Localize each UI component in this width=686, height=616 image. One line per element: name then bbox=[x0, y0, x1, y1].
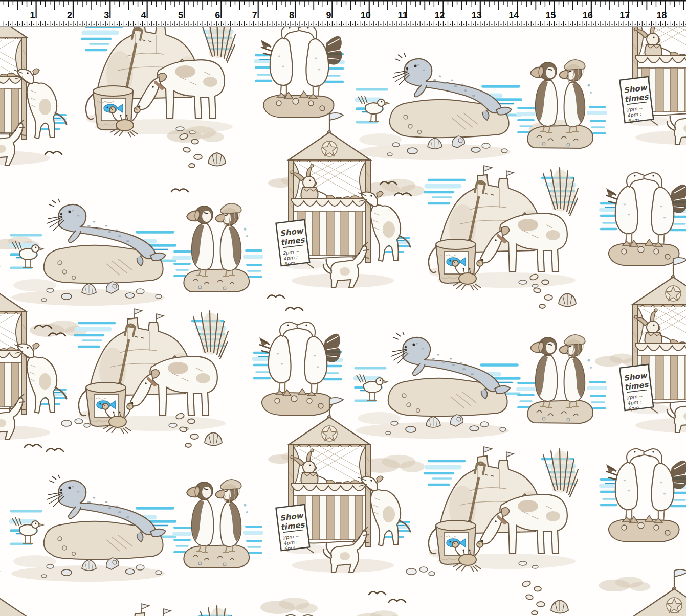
flying-bird-motif bbox=[369, 591, 386, 595]
ruler-bottom-dot bbox=[676, 24, 677, 25]
ruler-bottom-dot bbox=[625, 24, 626, 25]
motif-sandcastle bbox=[425, 166, 578, 290]
ruler-bottom-dot bbox=[70, 24, 71, 25]
motif-tent bbox=[621, 569, 686, 616]
ruler-bottom-dot bbox=[126, 24, 127, 25]
ruler-bottom-dot bbox=[209, 24, 210, 25]
ruler-bottom-dot bbox=[482, 24, 483, 25]
ruler-bottom-dot bbox=[473, 24, 474, 25]
ruler-bottom-dot bbox=[283, 24, 284, 25]
fabric-pattern: Show times 2pm ~ 4pm : 6pm bbox=[0, 27, 686, 616]
pawprint-trail-motif bbox=[522, 580, 568, 615]
motif-gannets bbox=[601, 173, 686, 266]
ruler-bottom-dot bbox=[445, 24, 446, 25]
fabric-swatch-image: 123456789101112131415161718 bbox=[0, 0, 686, 616]
ruler-bottom-dot bbox=[362, 24, 363, 25]
motif-gannets bbox=[256, 27, 343, 118]
ruler-number: 5 bbox=[178, 10, 183, 20]
ruler-bottom-dot bbox=[500, 24, 501, 25]
ruler-bottom-dot bbox=[570, 24, 571, 25]
ruler-bottom-dot bbox=[214, 24, 215, 25]
motif-puffins bbox=[174, 203, 261, 292]
ruler-bottom-dot bbox=[649, 24, 650, 25]
motif-tent bbox=[619, 258, 686, 432]
ruler-bottom-dot bbox=[639, 24, 640, 25]
ruler-bottom-dot bbox=[339, 24, 340, 25]
ruler-bottom-dot bbox=[611, 24, 612, 25]
ruler-bottom-dot bbox=[223, 24, 224, 25]
pebbles-motif bbox=[406, 567, 435, 576]
motif-gannets bbox=[601, 449, 686, 542]
ruler-number: 6 bbox=[215, 10, 220, 20]
ruler-bottom-dot bbox=[56, 24, 57, 25]
ruler-bottom-dot bbox=[556, 24, 557, 25]
ruler-number: 18 bbox=[657, 10, 667, 20]
ruler-bottom-dot bbox=[301, 24, 302, 25]
ruler-bottom-dot bbox=[121, 24, 122, 25]
ruler-bottom-dot bbox=[135, 24, 136, 25]
ruler-bottom-dot bbox=[33, 24, 34, 25]
ruler-bottom-dot bbox=[311, 24, 312, 25]
flying-bird-motif bbox=[47, 448, 63, 451]
flying-bird-motif bbox=[171, 189, 188, 192]
cloud-motif bbox=[260, 598, 318, 614]
ruler-bottom-dot bbox=[264, 24, 265, 25]
ruler-top-edge bbox=[0, 0, 686, 2]
motif-gannets bbox=[254, 322, 341, 415]
flying-bird-motif bbox=[45, 151, 62, 154]
ruler-bottom-dot bbox=[246, 24, 247, 25]
ruler-bottom-dot bbox=[403, 24, 404, 25]
flying-bird-motif bbox=[389, 599, 406, 602]
ruler-bottom-dot bbox=[593, 24, 594, 25]
ruler-bottom-dot bbox=[52, 24, 53, 25]
ruler-bottom-dot bbox=[561, 24, 562, 25]
ruler-bottom-dot bbox=[79, 24, 80, 25]
motif-sandcastle bbox=[82, 604, 235, 616]
motif-seal bbox=[357, 53, 521, 160]
ruler-bottom-dot bbox=[75, 24, 76, 25]
ruler-bottom-dot bbox=[29, 24, 30, 25]
motif-seal bbox=[11, 475, 175, 582]
ruler-bottom-dot bbox=[436, 24, 437, 25]
motif-puffins bbox=[518, 335, 605, 423]
ruler-bottom-dot bbox=[635, 24, 636, 25]
flying-bird-motif bbox=[286, 307, 303, 310]
ruler-bottom-dot bbox=[565, 24, 566, 25]
ruler-bottom-dot bbox=[681, 24, 682, 25]
ruler-bottom-dot bbox=[547, 24, 548, 25]
ruler-bottom-dot bbox=[584, 24, 585, 25]
ruler-bottom-dot bbox=[316, 24, 317, 25]
ruler-bottom-dot bbox=[228, 24, 229, 25]
ruler-number: 12 bbox=[434, 10, 445, 20]
ruler-bottom-dot bbox=[579, 24, 580, 25]
ruler-bottom-dot bbox=[6, 24, 7, 25]
ruler-bottom-dot bbox=[140, 24, 141, 25]
motif-puffins bbox=[518, 60, 605, 148]
ruler-bottom-dot bbox=[551, 24, 552, 25]
ruler-bottom-dot bbox=[644, 24, 645, 25]
ruler-bottom-dot bbox=[84, 24, 85, 25]
cloud-motif bbox=[599, 577, 650, 591]
flying-bird-motif bbox=[25, 444, 41, 447]
ruler-bottom-dot bbox=[88, 24, 90, 25]
ruler-bottom-dot bbox=[519, 24, 520, 25]
ruler-number: 16 bbox=[583, 10, 593, 20]
ruler-bottom-dot bbox=[343, 24, 344, 25]
ruler-bottom-dot bbox=[588, 24, 589, 25]
ruler-bottom-dot bbox=[158, 24, 159, 25]
ruler-bottom-dot bbox=[630, 24, 631, 25]
ruler-bottom-dot bbox=[491, 24, 492, 25]
ruler-bottom-dot bbox=[334, 24, 335, 25]
ruler-bottom-dot bbox=[200, 24, 201, 25]
motif-seal bbox=[11, 199, 175, 306]
ruler-bottom-dot bbox=[274, 24, 275, 25]
ruler-bottom-dot bbox=[172, 24, 173, 25]
ruler-bottom-dot bbox=[653, 24, 654, 25]
ruler-number: 9 bbox=[326, 10, 331, 20]
ruler-bottom-dot bbox=[325, 24, 326, 25]
ruler-bottom-dot bbox=[190, 24, 191, 25]
ruler-bottom-dot bbox=[292, 24, 293, 25]
ruler-bottom-dot bbox=[24, 24, 25, 25]
ruler-bottom-dot bbox=[422, 24, 423, 25]
ruler-bottom-dot bbox=[232, 24, 233, 25]
